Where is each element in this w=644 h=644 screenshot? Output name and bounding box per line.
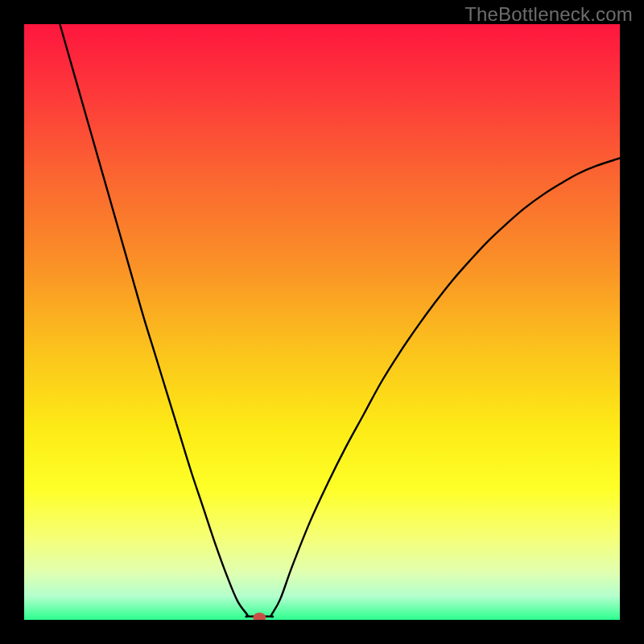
watermark-text: TheBottleneck.com: [464, 3, 633, 26]
chart-svg: [24, 24, 620, 620]
chart-frame: TheBottleneck.com: [0, 0, 644, 644]
gradient-background: [24, 24, 620, 620]
plot-area: [24, 24, 620, 620]
